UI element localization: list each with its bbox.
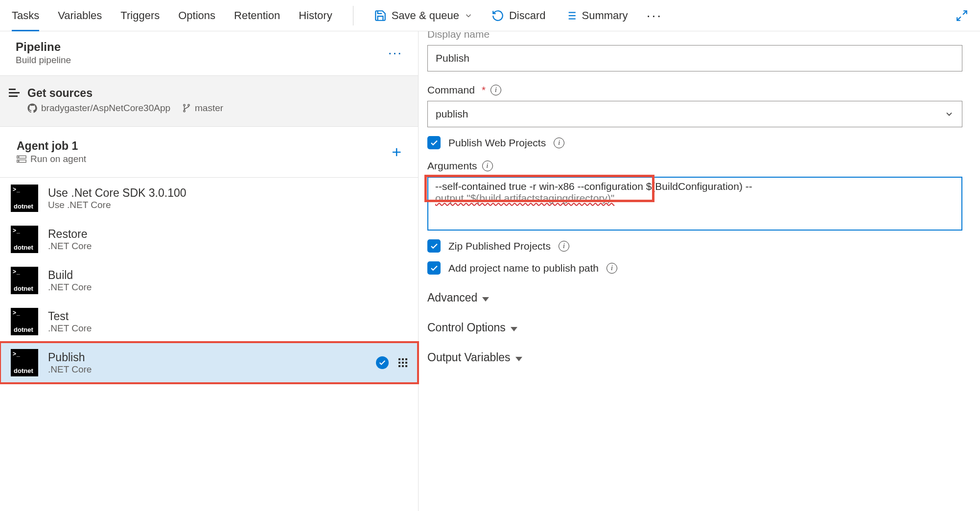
- branch-icon: [182, 104, 191, 113]
- command-value: publish: [436, 108, 944, 120]
- agent-job-row[interactable]: Agent job 1 Run on agent +: [0, 127, 418, 178]
- output-variables-toggle[interactable]: Output Variables: [427, 351, 962, 364]
- info-icon[interactable]: i: [554, 138, 564, 148]
- arguments-input[interactable]: --self-contained true -r win-x86 --confi…: [427, 177, 962, 231]
- task-name: Build: [48, 269, 407, 282]
- zip-label: Zip Published Projects: [448, 240, 551, 252]
- add-project-name-checkbox[interactable]: Add project name to publish path i: [427, 261, 962, 275]
- fullscreen-button[interactable]: [956, 9, 968, 22]
- checkbox-checked-icon: [427, 239, 441, 253]
- info-icon[interactable]: i: [490, 85, 501, 95]
- undo-icon: [491, 9, 504, 22]
- pipeline-more-button[interactable]: ···: [388, 45, 402, 61]
- task-row[interactable]: dotnet Test.NET Core: [0, 301, 418, 342]
- add-task-button[interactable]: +: [392, 142, 401, 162]
- svg-point-8: [184, 104, 185, 106]
- arguments-highlight-text: --self-contained true -r win-x86: [435, 181, 575, 192]
- task-name: Test: [48, 310, 407, 323]
- control-options-label: Control Options: [427, 321, 506, 334]
- save-label: Save & queue: [392, 9, 459, 22]
- task-list: dotnet Use .Net Core SDK 3.0.100Use .NET…: [0, 178, 418, 383]
- svg-line-6: [963, 11, 967, 15]
- github-icon: [27, 103, 37, 113]
- add-name-label: Add project name to publish path: [448, 262, 599, 274]
- pipeline-row[interactable]: Pipeline Build pipeline ···: [0, 31, 418, 76]
- task-name: Publish: [48, 351, 366, 364]
- expand-icon: [956, 9, 968, 22]
- dotnet-icon: dotnet: [11, 185, 38, 212]
- advanced-section-toggle[interactable]: Advanced: [427, 291, 962, 304]
- sources-icon: [9, 89, 20, 97]
- command-label: Command: [427, 84, 475, 96]
- task-name: Restore: [48, 228, 407, 241]
- tab-tasks[interactable]: Tasks: [12, 0, 39, 31]
- task-row-selected[interactable]: dotnet Publish.NET Core: [0, 342, 418, 383]
- repo-name: bradygaster/AspNetCore30App: [41, 103, 170, 114]
- get-sources-row[interactable]: Get sources bradygaster/AspNetCore30App …: [0, 76, 418, 127]
- chevron-down-icon: [515, 351, 522, 364]
- summary-button[interactable]: Summary: [564, 9, 628, 22]
- advanced-label: Advanced: [427, 291, 477, 304]
- dotnet-icon: dotnet: [11, 226, 38, 253]
- get-sources-title: Get sources: [27, 87, 223, 100]
- info-icon[interactable]: i: [559, 241, 569, 252]
- pipeline-subtitle: Build pipeline: [16, 55, 388, 66]
- task-sub: .NET Core: [48, 241, 407, 252]
- chevron-down-icon: [464, 11, 473, 20]
- info-icon[interactable]: i: [607, 263, 617, 274]
- chevron-down-icon: [511, 321, 517, 334]
- tab-history[interactable]: History: [299, 0, 332, 31]
- checkbox-checked-icon: [427, 136, 441, 149]
- svg-point-14: [18, 161, 19, 162]
- command-select[interactable]: publish: [427, 101, 962, 127]
- info-icon[interactable]: i: [482, 161, 493, 171]
- chevron-down-icon: [482, 291, 489, 304]
- task-row[interactable]: dotnet Use .Net Core SDK 3.0.100Use .NET…: [0, 178, 418, 219]
- task-details-panel: Display name Publish Command* i publish …: [419, 31, 980, 511]
- pipeline-title: Pipeline: [16, 40, 388, 54]
- dotnet-icon: dotnet: [11, 349, 38, 376]
- task-sub: Use .NET Core: [48, 200, 407, 210]
- task-sub: .NET Core: [48, 323, 407, 334]
- task-row[interactable]: dotnet Build.NET Core: [0, 260, 418, 301]
- branch-name: master: [195, 103, 223, 114]
- top-tabs: Tasks Variables Triggers Options Retenti…: [0, 0, 980, 31]
- discard-label: Discard: [509, 9, 546, 22]
- tab-retention[interactable]: Retention: [234, 0, 280, 31]
- task-sub: .NET Core: [48, 364, 366, 375]
- display-name-label-cut: Display name: [427, 31, 962, 40]
- save-and-queue-button[interactable]: Save & queue: [374, 9, 473, 22]
- pipeline-tree-panel: Pipeline Build pipeline ··· Get sources …: [0, 31, 419, 511]
- more-actions-button[interactable]: ···: [647, 8, 662, 23]
- status-ok-icon: [376, 356, 389, 369]
- publish-web-projects-checkbox[interactable]: Publish Web Projects i: [427, 136, 962, 149]
- tab-options[interactable]: Options: [178, 0, 215, 31]
- display-name-input[interactable]: Publish: [427, 45, 962, 71]
- list-icon: [564, 9, 577, 22]
- dotnet-icon: dotnet: [11, 308, 38, 335]
- svg-point-9: [188, 104, 189, 106]
- agent-job-title: Agent job 1: [17, 139, 392, 153]
- discard-button[interactable]: Discard: [491, 9, 546, 22]
- arguments-text-2: output "$(build.artifactstagingdirectory…: [435, 192, 614, 204]
- required-marker: *: [482, 84, 486, 96]
- toolbar-divider: [353, 6, 353, 25]
- server-icon: [17, 155, 26, 163]
- tab-variables[interactable]: Variables: [58, 0, 102, 31]
- tab-triggers[interactable]: Triggers: [120, 0, 160, 31]
- save-icon: [374, 9, 387, 22]
- task-row[interactable]: dotnet Restore.NET Core: [0, 219, 418, 260]
- task-name: Use .Net Core SDK 3.0.100: [48, 186, 407, 200]
- output-variables-label: Output Variables: [427, 351, 511, 364]
- control-options-toggle[interactable]: Control Options: [427, 321, 962, 334]
- arguments-label: Arguments: [427, 160, 477, 172]
- summary-label: Summary: [582, 9, 628, 22]
- arguments-text-1: --configuration $(BuildConfiguration) --: [575, 181, 752, 192]
- task-sub: .NET Core: [48, 282, 407, 293]
- publish-web-label: Publish Web Projects: [448, 137, 546, 149]
- agent-job-subtitle: Run on agent: [30, 154, 86, 164]
- dotnet-icon: dotnet: [11, 267, 38, 294]
- checkbox-checked-icon: [427, 261, 441, 275]
- drag-handle-icon[interactable]: [398, 358, 407, 367]
- zip-published-checkbox[interactable]: Zip Published Projects i: [427, 239, 962, 253]
